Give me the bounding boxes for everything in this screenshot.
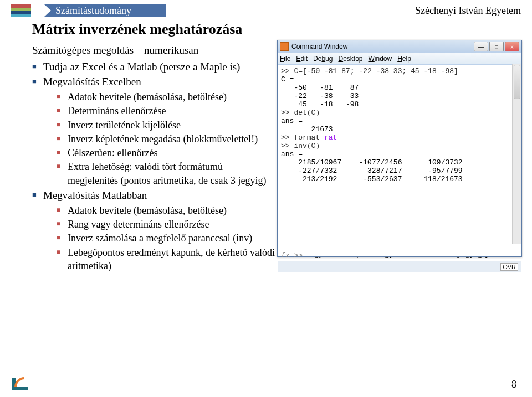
page-header: Számítástudomány Széchenyi István Egyete… xyxy=(11,4,521,18)
menu-help[interactable]: Help xyxy=(397,55,411,63)
out-line-4: -22 -38 33 xyxy=(281,92,359,100)
out-line-12: 2185/10967 -1077/2456 109/3732 xyxy=(281,158,463,167)
menu-edit[interactable]: Edit xyxy=(296,55,308,63)
out-line-7: ans = xyxy=(281,117,303,125)
menubar: File Edit Debug Desktop Window Help xyxy=(278,53,521,65)
statusbar: OVR xyxy=(278,261,521,272)
console-output[interactable]: >> C=[-50 -81 87; -22 -38 33; 45 -18 -98… xyxy=(278,65,521,250)
out-line-2: C = xyxy=(281,75,294,84)
ribbon-tail-right xyxy=(160,4,166,17)
svg-rect-1 xyxy=(12,387,28,390)
window-titlebar[interactable]: Command Window — □ x xyxy=(278,40,521,53)
out-line-14: 213/2192 -553/2637 118/21673 xyxy=(281,175,463,183)
page-number: 8 xyxy=(511,379,516,390)
out-line-8: 21673 xyxy=(281,125,333,133)
bullet-excel-5: Célszerűen: ellenőrzés xyxy=(57,146,270,159)
bullet-excel-4: Inverz képletének megadása (blokkművelet… xyxy=(57,132,270,146)
bullet-excel-6: Extra lehetőség: valódi tört formátumú m… xyxy=(57,160,270,187)
out-line-11: ans = xyxy=(281,150,303,158)
body-content: Számítógépes megoldás – numerikusan Tudj… xyxy=(32,43,270,274)
scrollbar-thumb[interactable] xyxy=(514,65,520,99)
vertical-scrollbar[interactable] xyxy=(512,64,521,244)
bullet-excel-1: Adatok bevitele (bemásolása, betöltése) xyxy=(57,90,270,104)
ovr-indicator: OVR xyxy=(500,263,518,271)
university-name: Széchenyi István Egyetem xyxy=(415,5,521,17)
menu-desktop[interactable]: Desktop xyxy=(338,55,362,63)
fx-prompt-row[interactable]: fx >> xyxy=(278,250,521,261)
menu-window[interactable]: Window xyxy=(368,55,392,63)
page-title: Mátrix inverzének meghatározása xyxy=(32,21,242,38)
cmd-line-10: >> inv(C) xyxy=(281,142,320,150)
cmd-line-9b: rat xyxy=(324,133,337,142)
out-line-5: 45 -18 -98 xyxy=(281,100,359,109)
out-line-3: -50 -81 87 xyxy=(281,84,359,92)
close-button[interactable]: x xyxy=(505,42,519,51)
subject-title: Számítástudomány xyxy=(55,5,131,17)
bullet-excel-matlab: Tudja az Excel és a Matlab (persze a Map… xyxy=(32,60,270,74)
bullet-excel-3: Inverz területének kijelölése xyxy=(57,118,270,132)
ribbon-tail-left xyxy=(44,4,51,17)
maximize-button[interactable]: □ xyxy=(489,42,504,51)
menu-file[interactable]: File xyxy=(280,55,290,63)
cmd-line-1: >> C=[-50 -81 87; -22 -38 33; 45 -18 -98… xyxy=(281,67,458,75)
cmd-line-6: >> det(C) xyxy=(281,109,320,117)
window-title: Command Window xyxy=(291,43,474,50)
footer-logo xyxy=(11,374,29,391)
bullet-matlab-impl: Megvalósítás Matlabban Adatok bevitele (… xyxy=(32,188,270,272)
bullet-excel-2: Determináns ellenőrzése xyxy=(57,104,270,117)
menu-debug[interactable]: Debug xyxy=(313,55,332,63)
out-line-13: -227/7332 328/7217 -95/7799 xyxy=(281,167,463,175)
intro-line: Számítógépes megoldás – numerikusan xyxy=(32,43,270,58)
cmd-line-9a: >> format xyxy=(281,133,324,142)
matlab-command-window: Command Window — □ x File Edit Debug Des… xyxy=(277,40,522,257)
matlab-icon xyxy=(280,42,289,51)
bullet-excel-impl: Megvalósítás Excelben Adatok bevitele (b… xyxy=(32,75,270,187)
minimize-button[interactable]: — xyxy=(474,42,488,51)
